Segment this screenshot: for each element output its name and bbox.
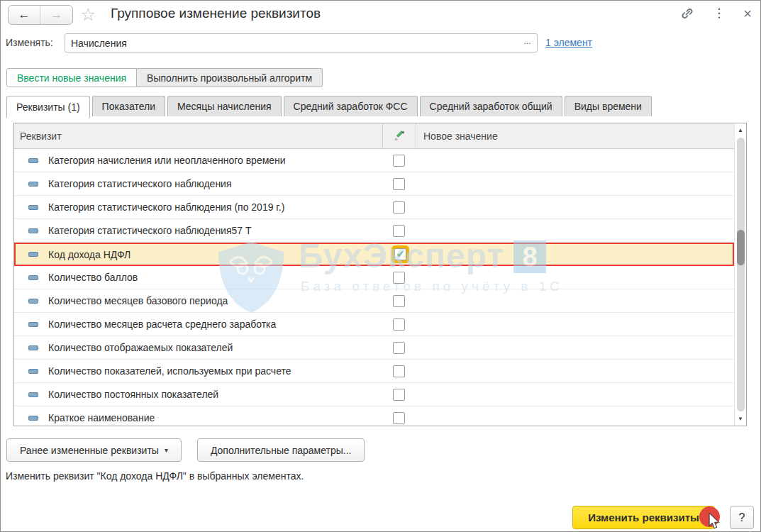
attribute-name: Количество месяцев расчета среднего зара… <box>48 318 276 330</box>
attribute-dash-icon <box>28 322 38 327</box>
table-row[interactable]: Категория статистического наблюдения <box>14 172 734 196</box>
attribute-checkbox[interactable] <box>393 318 405 331</box>
attribute-checkbox[interactable] <box>393 365 405 377</box>
table-row[interactable]: Количество показателей, используемых при… <box>14 360 734 383</box>
tab-5[interactable]: Виды времени <box>565 96 652 116</box>
table-row[interactable]: Категория статистического наблюдения (по… <box>14 196 734 219</box>
attribute-name: Категория статистического наблюдения57 Т <box>48 225 252 236</box>
tab-4[interactable]: Средний заработок общий <box>420 96 562 116</box>
previous-attributes-button[interactable]: Ранее измененные реквизиты ▾ <box>6 438 182 462</box>
attribute-checkbox[interactable] <box>393 178 405 190</box>
selected-elements-link[interactable]: 1 элемент <box>545 37 592 48</box>
attribute-checkbox[interactable] <box>393 295 405 307</box>
group-change-window: ← → ☆ Групповое изменение реквизитов ⋮ ×… <box>0 0 761 532</box>
forward-button[interactable]: → <box>40 6 72 24</box>
mode-button-0[interactable]: Ввести новые значения <box>6 68 137 87</box>
mode-button-1[interactable]: Выполнить произвольный алгоритм <box>137 68 323 87</box>
attribute-name: Код дохода НДФЛ <box>48 249 130 260</box>
attribute-checkbox[interactable] <box>393 225 405 237</box>
page-title: Групповое изменение реквизитов <box>111 6 321 21</box>
attribute-dash-icon <box>28 228 38 233</box>
table-row[interactable]: Код дохода НДФЛ ✔ <box>14 243 734 266</box>
action-bar: Изменить реквизиты ? <box>1 504 760 532</box>
attribute-dash-icon <box>28 158 38 163</box>
attribute-dash-icon <box>28 252 38 257</box>
tab-strip: Реквизиты (1)ПоказателиМесяцы начисления… <box>6 96 652 117</box>
tab-2[interactable]: Месяцы начисления <box>167 96 282 116</box>
additional-parameters-button[interactable]: Дополнительные параметры... <box>197 438 365 462</box>
table-body: Категория начисления или неоплаченного в… <box>14 149 734 426</box>
table-row[interactable]: Категория начисления или неоплаченного в… <box>14 149 734 172</box>
attribute-dash-icon <box>28 182 38 187</box>
choose-target-button[interactable]: ... <box>518 33 538 52</box>
attributes-table: Реквизит Новое значение Категория начисл… <box>13 123 747 426</box>
chevron-down-icon: ▾ <box>165 446 168 454</box>
column-header-edit[interactable] <box>382 123 416 148</box>
attribute-checkbox[interactable] <box>393 342 405 354</box>
table-row[interactable]: Количество отображаемых показателей <box>14 336 734 360</box>
table-row[interactable]: Категория статистического наблюдения57 Т <box>14 219 734 243</box>
more-menu-icon[interactable]: ⋮ <box>713 6 725 21</box>
table-row[interactable]: Количество баллов <box>14 266 734 289</box>
scroll-down-icon[interactable]: ▼ <box>735 416 746 422</box>
attribute-dash-icon <box>28 275 38 280</box>
close-icon[interactable]: × <box>743 6 752 21</box>
tab-3[interactable]: Средний заработок ФСС <box>284 96 418 116</box>
vertical-scrollbar[interactable]: ▲ ▼ <box>734 123 746 426</box>
tab-1[interactable]: Показатели <box>92 96 165 116</box>
attribute-checkbox[interactable]: ✔ <box>394 248 406 260</box>
apply-changes-button[interactable]: Изменить реквизиты <box>572 506 715 529</box>
change-target-row: Изменять: ... 1 элемент <box>1 33 760 54</box>
attribute-name: Количество месяцев базового периода <box>48 295 228 306</box>
attribute-checkbox[interactable] <box>393 272 405 284</box>
scroll-up-icon[interactable]: ▲ <box>735 127 746 133</box>
attribute-name: Количество баллов <box>48 272 138 283</box>
attribute-checkbox[interactable] <box>393 389 405 401</box>
attribute-dash-icon <box>28 205 38 210</box>
scrollbar-thumb[interactable] <box>737 230 745 265</box>
attribute-name: Количество отображаемых показателей <box>48 342 233 353</box>
pencil-icon <box>394 131 405 142</box>
table-row[interactable]: Количество месяцев базового периода <box>14 289 734 313</box>
help-button[interactable]: ? <box>730 506 754 529</box>
attribute-name: Категория начисления или неоплаченного в… <box>48 155 286 166</box>
attribute-name: Краткое наименование <box>48 412 155 423</box>
scrollbar-track[interactable] <box>737 138 745 411</box>
attribute-checkbox[interactable] <box>393 155 405 167</box>
nav-history-group: ← → <box>8 5 73 25</box>
tab-0[interactable]: Реквизиты (1) <box>6 96 90 118</box>
attribute-dash-icon <box>28 299 38 304</box>
titlebar: ← → ☆ Групповое изменение реквизитов ⋮ × <box>1 1 760 31</box>
attribute-dash-icon <box>28 416 38 421</box>
attribute-dash-icon <box>28 345 38 350</box>
mode-toggle: Ввести новые значенияВыполнить произволь… <box>6 68 323 87</box>
attribute-checkbox[interactable] <box>393 201 405 214</box>
change-label: Изменять: <box>6 37 53 48</box>
favorite-star-icon[interactable]: ☆ <box>80 4 96 25</box>
column-header-attribute[interactable]: Реквизит <box>14 131 382 142</box>
attribute-name: Категория статистического наблюдения (по… <box>48 201 284 213</box>
table-header: Реквизит Новое значение <box>14 123 734 149</box>
change-target-input[interactable] <box>65 33 518 52</box>
attribute-checkbox[interactable] <box>393 412 405 424</box>
status-text: Изменить реквизит "Код дохода НДФЛ" в вы… <box>6 470 304 482</box>
attribute-dash-icon <box>28 369 38 374</box>
attribute-dash-icon <box>28 392 38 397</box>
table-row[interactable]: Краткое наименование <box>14 406 734 426</box>
table-row[interactable]: Количество месяцев расчета среднего зара… <box>14 313 734 336</box>
attribute-name: Количество показателей, используемых при… <box>48 365 291 377</box>
column-header-new-value[interactable]: Новое значение <box>416 123 734 148</box>
get-link-icon[interactable] <box>680 6 694 21</box>
previous-attributes-label: Ранее измененные реквизиты <box>20 445 159 456</box>
attribute-name: Количество постоянных показателей <box>48 389 218 400</box>
table-row[interactable]: Количество постоянных показателей <box>14 383 734 406</box>
back-button[interactable]: ← <box>9 6 40 24</box>
attribute-name: Категория статистического наблюдения <box>48 178 232 189</box>
